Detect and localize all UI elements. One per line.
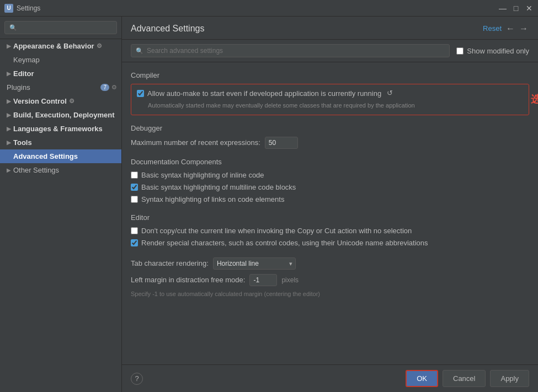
sidebar-item-label: Tools xyxy=(13,138,32,147)
doc-multiline-checkbox[interactable] xyxy=(131,184,138,191)
arrow-icon: ▶ xyxy=(7,139,11,146)
ok-button[interactable]: OK xyxy=(406,370,438,387)
sidebar-search-icon: 🔍 xyxy=(9,24,17,31)
sidebar-item-label: Editor xyxy=(13,69,34,78)
sidebar-list: ▶ Appearance & Behavior ⚙ Keymap ▶ Edito… xyxy=(0,39,121,392)
editor-checkbox-row-1: Don't copy/cut the current line when inv… xyxy=(131,226,529,236)
section-title-editor: Editor xyxy=(131,213,529,222)
show-modified-label[interactable]: Show modified only xyxy=(456,47,529,55)
sidebar-item-keymap[interactable]: Keymap xyxy=(0,53,121,67)
section-title-doc-components: Documentation Components xyxy=(131,158,529,166)
sidebar-search-input[interactable] xyxy=(20,24,112,31)
annotation-text: 选择勾中 xyxy=(531,93,538,106)
refresh-icon: ↺ xyxy=(387,89,393,97)
sidebar-item-version-control[interactable]: ▶ Version Control ⚙ xyxy=(0,94,121,108)
doc-checkbox-row-3: Syntax highlighting of links on code ele… xyxy=(131,195,529,205)
sidebar-item-tools[interactable]: ▶ Tools xyxy=(0,136,121,149)
sidebar-item-editor[interactable]: ▶ Editor xyxy=(0,67,121,80)
allow-automake-desc: Automatically started make may eventuall… xyxy=(148,101,523,110)
editor-no-copy-label: Don't copy/cut the current line when inv… xyxy=(141,226,412,236)
sidebar-item-appearance[interactable]: ▶ Appearance & Behavior ⚙ xyxy=(0,39,121,53)
editor-render-special-checkbox[interactable] xyxy=(131,239,138,246)
settings-icon-plugins: ⚙ xyxy=(111,84,117,91)
maximize-button[interactable]: □ xyxy=(512,4,520,13)
sidebar: 🔍 ▶ Appearance & Behavior ⚙ Keymap ▶ Edi… xyxy=(0,17,122,392)
show-modified-checkbox[interactable] xyxy=(456,47,464,55)
sidebar-item-label: Plugins xyxy=(7,83,30,92)
page-title: Advanced Settings xyxy=(131,24,483,34)
settings-scroll: Compiler Allow auto-make to start even i… xyxy=(122,62,538,364)
footer: ? OK Cancel Apply xyxy=(122,364,538,392)
editor-no-copy-checkbox[interactable] xyxy=(131,227,138,234)
max-recent-input[interactable] xyxy=(265,137,298,149)
sidebar-item-other-settings[interactable]: ▶ Other Settings xyxy=(0,163,121,177)
app-icon: U xyxy=(4,4,13,13)
doc-checkbox-row-1: Basic syntax highlighting of inline code xyxy=(131,170,529,180)
compiler-checkbox-row: Allow auto-make to start even if develop… xyxy=(137,89,523,99)
arrow-icon: ▶ xyxy=(7,43,11,49)
sidebar-item-label: Advanced Settings xyxy=(13,152,78,160)
sidebar-item-label: Version Control xyxy=(13,97,67,105)
nav-arrows: ← → xyxy=(505,24,529,34)
sidebar-item-advanced-settings[interactable]: Advanced Settings xyxy=(0,149,121,163)
left-margin-input[interactable] xyxy=(249,274,277,286)
advanced-search-box[interactable]: 🔍 xyxy=(131,44,450,57)
main-layout: 🔍 ▶ Appearance & Behavior ⚙ Keymap ▶ Edi… xyxy=(0,17,538,392)
section-title-debugger: Debugger xyxy=(131,124,529,132)
doc-inline-label: Basic syntax highlighting of inline code xyxy=(141,170,264,180)
allow-automake-checkbox[interactable] xyxy=(137,90,144,97)
sidebar-item-build[interactable]: ▶ Build, Execution, Deployment xyxy=(0,108,121,122)
tab-char-select[interactable]: Horizontal line Arrow None xyxy=(213,257,296,270)
sidebar-search-wrap: 🔍 xyxy=(0,17,121,39)
cancel-button[interactable]: Cancel xyxy=(443,370,486,387)
title-bar: U Settings — □ ✕ xyxy=(0,0,538,17)
sidebar-item-label: Build, Execution, Deployment xyxy=(13,111,114,119)
sidebar-item-label: Appearance & Behavior xyxy=(13,42,94,50)
editor-render-special-label: Render special characters, such as contr… xyxy=(141,238,428,248)
arrow-icon: ▶ xyxy=(7,167,11,173)
doc-links-checkbox[interactable] xyxy=(131,196,138,203)
minimize-button[interactable]: — xyxy=(498,4,507,13)
advanced-search-input[interactable] xyxy=(147,47,445,55)
tab-char-select-wrap[interactable]: Horizontal line Arrow None xyxy=(213,257,296,270)
pixels-label: pixels xyxy=(281,276,299,284)
margin-hint: Specify -1 to use automatically calculat… xyxy=(131,291,529,297)
sidebar-item-languages[interactable]: ▶ Languages & Frameworks xyxy=(0,122,121,136)
max-recent-label: Maximum number of recent expressions: xyxy=(131,138,260,147)
tab-char-row: Tab character rendering: Horizontal line… xyxy=(131,257,529,270)
title-bar-title: Settings xyxy=(17,4,498,12)
adv-search-icon: 🔍 xyxy=(136,47,143,55)
close-button[interactable]: ✕ xyxy=(525,4,534,13)
reset-link[interactable]: Reset xyxy=(483,24,502,33)
search-row: 🔍 Show modified only xyxy=(122,40,538,62)
debugger-field-row: Maximum number of recent expressions: xyxy=(131,137,529,149)
help-button[interactable]: ? xyxy=(131,373,143,385)
sidebar-item-label: Other Settings xyxy=(13,166,59,174)
arrow-icon: ▶ xyxy=(7,112,11,118)
settings-icon-vc: ⚙ xyxy=(69,98,74,105)
show-modified-text: Show modified only xyxy=(467,47,529,55)
tab-char-label: Tab character rendering: xyxy=(131,259,209,267)
left-margin-label: Left margin in distraction free mode: xyxy=(131,276,245,284)
section-title-compiler: Compiler xyxy=(131,71,529,79)
sidebar-search-box[interactable]: 🔍 xyxy=(4,21,117,34)
sidebar-item-plugins[interactable]: Plugins 7 ⚙ xyxy=(0,80,121,94)
editor-checkbox-row-2: Render special characters, such as contr… xyxy=(131,238,529,248)
content-area: Advanced Settings Reset ← → 🔍 Show modif… xyxy=(122,17,538,392)
doc-multiline-label: Basic syntax highlighting of multiline c… xyxy=(141,182,296,192)
nav-forward-button[interactable]: → xyxy=(518,24,529,34)
arrow-icon: ▶ xyxy=(7,126,11,132)
doc-inline-checkbox[interactable] xyxy=(131,171,138,179)
nav-back-button[interactable]: ← xyxy=(505,24,516,34)
allow-automake-label: Allow auto-make to start even if develop… xyxy=(147,89,381,99)
compiler-highlighted-box: Allow auto-make to start even if develop… xyxy=(131,84,529,115)
doc-links-label: Syntax highlighting of links on code ele… xyxy=(141,195,284,205)
sidebar-item-label: Keymap xyxy=(13,56,40,64)
sidebar-item-label: Languages & Frameworks xyxy=(13,125,103,133)
plugins-badge: 7 xyxy=(100,84,109,91)
footer-buttons: OK Cancel Apply xyxy=(406,370,529,387)
settings-icon: ⚙ xyxy=(97,42,102,50)
apply-button[interactable]: Apply xyxy=(490,370,529,387)
left-margin-row: Left margin in distraction free mode: pi… xyxy=(131,274,529,286)
doc-checkbox-row-2: Basic syntax highlighting of multiline c… xyxy=(131,182,529,192)
